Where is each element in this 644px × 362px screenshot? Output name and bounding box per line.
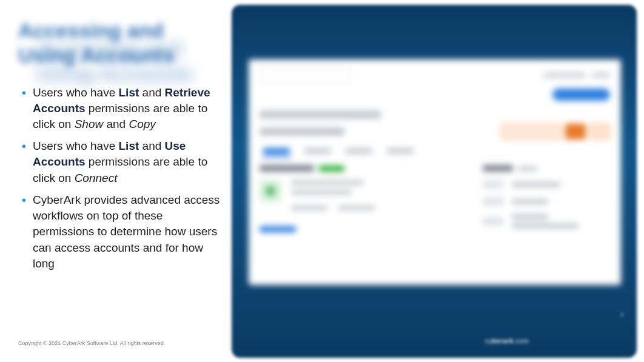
section-header	[260, 165, 458, 172]
text-placeholder	[291, 190, 352, 195]
bullet-2: Users who have List and Use Accounts per…	[18, 138, 221, 186]
text: and	[103, 118, 129, 130]
text: Users who have	[33, 139, 119, 152]
topbar-right	[543, 72, 610, 78]
text: Users who have	[33, 86, 119, 99]
bold-list: List	[119, 139, 139, 152]
value	[512, 199, 548, 204]
section-label	[260, 165, 314, 172]
right-section	[483, 165, 610, 237]
key	[483, 217, 503, 226]
info-lines	[291, 180, 375, 210]
key-value-row	[483, 180, 610, 189]
text-placeholder	[338, 206, 375, 210]
slide-title: Accessing and Using Accounts	[18, 18, 221, 68]
copy-button[interactable]	[589, 124, 610, 139]
text: CyberArk provides advanced access workfl…	[33, 193, 220, 270]
link[interactable]	[260, 226, 296, 232]
primary-button[interactable]	[552, 89, 610, 101]
copyright: Copyright © 2021 CyberArk Software Ltd. …	[18, 340, 165, 346]
tab-2[interactable]	[304, 148, 331, 154]
key-value-row	[483, 214, 610, 229]
show-button[interactable]	[565, 124, 586, 139]
text: and	[139, 139, 164, 152]
action-buttons	[501, 124, 610, 139]
text-placeholder	[291, 180, 364, 185]
connect-button[interactable]	[501, 124, 562, 139]
account-title	[260, 128, 344, 135]
tabs	[263, 148, 610, 154]
tab-4[interactable]	[387, 148, 414, 154]
page-number: 3	[620, 312, 623, 318]
left-section	[260, 165, 458, 237]
text-placeholder	[592, 72, 610, 78]
value	[512, 223, 579, 229]
left-column: Accessing and Using Accounts Accessing a…	[18, 18, 221, 278]
text-placeholder	[518, 166, 537, 171]
bullet-list: Users who have List and Retrieve Account…	[18, 85, 221, 272]
bullet-3: CyberArk provides advanced access workfl…	[18, 192, 221, 272]
bold-list: List	[119, 86, 139, 99]
text-placeholder	[543, 72, 586, 78]
brand-url: cyberark.com	[485, 337, 529, 344]
search-input[interactable]	[260, 68, 351, 82]
key-value-row	[483, 197, 610, 206]
italic-show: Show	[75, 118, 104, 130]
bullet-1: Users who have List and Retrieve Account…	[18, 85, 221, 133]
screenshot-panel: cyberark.com 3	[232, 5, 637, 358]
value	[512, 182, 560, 187]
account-header-row	[260, 124, 610, 139]
slide: Accessing and Using Accounts Accessing a…	[0, 0, 644, 362]
text: .com	[514, 337, 529, 344]
tab-overview[interactable]	[263, 148, 290, 154]
app-topbar	[260, 68, 610, 82]
text: and	[139, 86, 164, 99]
body-area	[260, 165, 610, 237]
blurred-app-window	[249, 59, 621, 285]
title-line-1: Accessing and	[18, 19, 164, 42]
text: cy	[485, 337, 492, 344]
breadcrumb	[260, 110, 381, 119]
user-icon	[260, 180, 281, 202]
italic-copy: Copy	[129, 118, 155, 130]
title-line-2: Using Accounts	[18, 44, 175, 67]
section-label	[483, 165, 513, 172]
value	[512, 214, 548, 220]
key	[483, 180, 503, 189]
section-header	[483, 165, 610, 172]
status-badge	[319, 166, 344, 172]
text: berark	[492, 337, 514, 344]
key	[483, 197, 503, 206]
text-placeholder	[291, 206, 327, 210]
tab-3[interactable]	[346, 148, 372, 154]
italic-connect: Connect	[75, 172, 118, 184]
